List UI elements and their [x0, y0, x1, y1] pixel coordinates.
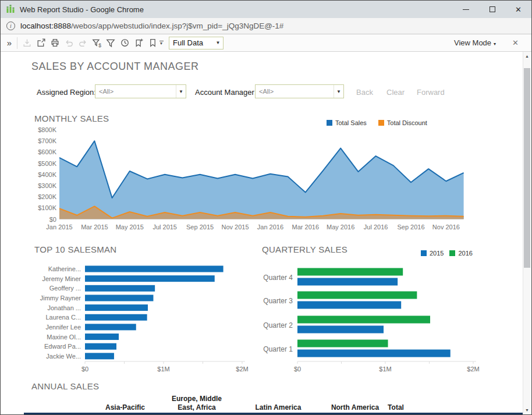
svg-text:Jennifer Lee: Jennifer Lee [45, 324, 81, 331]
svg-text:$2M: $2M [467, 366, 479, 373]
svg-text:Maxine Ol...: Maxine Ol... [47, 334, 81, 340]
toolbar-expand-button[interactable]: » [4, 36, 15, 50]
svg-text:May 2016: May 2016 [327, 224, 354, 230]
assigned-region-select[interactable]: <All> ▼ [95, 84, 186, 98]
legend-item: 2015 [421, 250, 444, 257]
svg-text:Nov 2016: Nov 2016 [432, 224, 460, 230]
page-info-icon[interactable]: i [6, 22, 15, 30]
address-bar[interactable]: i localhost:8888/webos/app/webstudio/ind… [1, 18, 531, 34]
svg-text:Jan 2015: Jan 2015 [46, 224, 72, 230]
annual-col-total: Total [381, 403, 410, 412]
app-favicon-icon [6, 5, 15, 14]
vertical-scrollbar[interactable]: ▲ ▼ [523, 52, 531, 414]
svg-text:Jan 2016: Jan 2016 [257, 224, 283, 230]
chevron-down-icon: ▼ [213, 37, 223, 49]
view-mode-button[interactable]: View Mode▾ [454, 38, 496, 47]
window-titlebar: Web Report Studio - Google Chrome ✕ [1, 1, 531, 18]
svg-text:Jeremy Miner: Jeremy Miner [42, 275, 81, 282]
download-icon[interactable] [20, 36, 34, 50]
svg-text:$2M: $2M [236, 366, 248, 373]
undo-icon[interactable] [62, 36, 76, 50]
svg-text:May 2015: May 2015 [116, 224, 144, 230]
annual-col-north-america: North America [323, 403, 387, 412]
back-button[interactable]: Back [356, 88, 373, 97]
svg-text:$500K: $500K [38, 160, 56, 167]
account-manager-label: Account Manager: [195, 88, 257, 97]
table-header-divider [24, 413, 523, 414]
quarterly-sales-chart: Quarter 4Quarter 3Quarter 2Quarter 1$0$1… [257, 260, 522, 377]
close-window-button[interactable]: ✕ [505, 1, 531, 18]
quarterly-sales-title: QUARTERLY SALES [262, 244, 347, 254]
monthly-sales-title: MONTHLY SALES [34, 113, 109, 123]
account-manager-value: <All> [256, 88, 334, 95]
svg-text:$0: $0 [294, 366, 301, 373]
svg-text:Mar 2015: Mar 2015 [81, 224, 108, 230]
browser-window: Web Report Studio - Google Chrome ✕ i lo… [0, 0, 532, 415]
svg-text:Mar 2016: Mar 2016 [292, 224, 319, 230]
minimize-button[interactable] [453, 1, 479, 18]
svg-text:$300K: $300K [38, 182, 56, 189]
top10-salesman-title: TOP 10 SALESMAN [34, 244, 117, 254]
page-title: SALES BY ACCOUNT MANAGER [31, 61, 198, 73]
account-manager-select[interactable]: <All> ▼ [255, 84, 344, 98]
url-text[interactable]: localhost:8888/webos/app/webstudio/index… [20, 22, 283, 30]
svg-text:Quarter 3: Quarter 3 [263, 297, 293, 305]
filter-icon[interactable] [104, 36, 118, 50]
svg-text:Nov 2015: Nov 2015 [221, 224, 249, 230]
maximize-button[interactable] [479, 1, 505, 18]
dataset-select[interactable]: Full Data ▼ [169, 37, 224, 49]
clear-button[interactable]: Clear [386, 88, 405, 97]
close-report-icon[interactable]: ✕ [512, 38, 519, 47]
svg-text:Quarter 1: Quarter 1 [263, 345, 293, 353]
bookmarks-dropdown-icon[interactable]: ▼ [158, 41, 164, 45]
annual-col-latin-america: Latin America [246, 403, 310, 412]
svg-text:$400K: $400K [38, 171, 56, 178]
svg-text:Sep 2015: Sep 2015 [186, 224, 214, 230]
chevron-down-icon: ▼ [176, 85, 186, 98]
svg-text:Jackie We...: Jackie We... [46, 353, 81, 360]
url-path: /webos/app/webstudio/index.jsp?j$vm_pid=… [71, 22, 283, 30]
bookmark-add-icon[interactable] [132, 36, 146, 50]
svg-text:$600K: $600K [38, 148, 56, 155]
url-host: localhost:8888 [20, 22, 71, 30]
scroll-up-icon[interactable]: ▲ [523, 52, 531, 60]
scroll-down-icon[interactable]: ▼ [523, 406, 531, 414]
report-toolbar: » [1, 34, 531, 52]
top10-salesman-chart: Katherine...Jeremy MinerGeoffery ...Jimm… [24, 260, 271, 377]
share-icon[interactable] [34, 36, 48, 50]
legend-item: 2016 [449, 250, 472, 257]
svg-text:Sep 2016: Sep 2016 [397, 224, 424, 230]
svg-text:Edward Pa...: Edward Pa... [44, 343, 81, 350]
svg-text:$800K: $800K [38, 126, 56, 133]
svg-text:$0: $0 [81, 366, 88, 373]
dataset-select-value: Full Data [169, 38, 213, 47]
toolbar-separator [17, 37, 17, 49]
svg-text:$: $ [98, 42, 101, 48]
redo-icon[interactable] [76, 36, 90, 50]
annual-col-europe: Europe, Middle East, Africa [162, 395, 232, 412]
window-title: Web Report Studio - Google Chrome [20, 5, 453, 14]
svg-text:$200K: $200K [38, 193, 56, 200]
svg-text:Jul 2016: Jul 2016 [364, 224, 388, 230]
chevron-down-icon: ▼ [334, 85, 343, 98]
svg-text:Jonathan ...: Jonathan ... [48, 304, 81, 311]
legend-swatch [449, 250, 455, 256]
annual-sales-title: ANNUAL SALES [31, 381, 99, 391]
print-icon[interactable] [48, 36, 62, 50]
svg-text:Quarter 4: Quarter 4 [263, 274, 293, 282]
svg-text:Geoffery ...: Geoffery ... [49, 285, 81, 292]
svg-text:Jul 2015: Jul 2015 [152, 224, 177, 230]
svg-text:$700K: $700K [38, 137, 56, 144]
bookmarks-icon[interactable] [146, 36, 159, 50]
schedule-clock-icon[interactable] [118, 36, 132, 50]
quarterly-sales-legend: 20152016 [421, 250, 473, 257]
monthly-sales-chart: $0$100K$200K$300K$400K$500K$600K$700K$80… [33, 125, 467, 237]
svg-text:$100K: $100K [38, 204, 56, 211]
forward-button[interactable]: Forward [417, 88, 445, 97]
filter-condition-icon[interactable]: $ [90, 36, 104, 50]
scrollbar-thumb[interactable] [524, 68, 530, 268]
svg-text:Jimmy Rayner: Jimmy Rayner [40, 295, 81, 302]
annual-col-asia-pacific: Asia-Pacific [93, 403, 157, 412]
svg-text:Laurena C...: Laurena C... [45, 314, 81, 321]
svg-text:Quarter 2: Quarter 2 [263, 321, 293, 329]
